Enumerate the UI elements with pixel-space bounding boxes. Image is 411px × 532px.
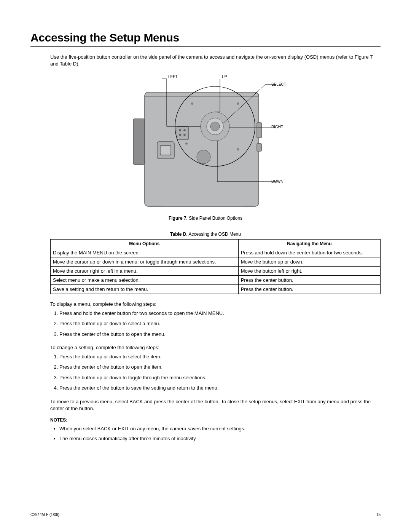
svg-rect-3 xyxy=(160,145,171,155)
footer-page-number: 15 xyxy=(376,513,381,517)
list-item: Press the center of the button to save t… xyxy=(59,385,381,391)
table-row: Select menu or make a menu selection.Pre… xyxy=(51,276,381,285)
svg-point-14 xyxy=(210,122,220,131)
footer-doc-id: C2944M-F (1/09) xyxy=(30,513,59,517)
list-item: Press the center of the button to open t… xyxy=(59,364,381,371)
svg-point-16 xyxy=(191,102,193,105)
intro-paragraph: Use the five-position button controller … xyxy=(50,54,381,67)
table-row: Display the MAIN MENU on the screen.Pres… xyxy=(51,248,381,257)
list-item: Press the button up or down to toggle th… xyxy=(59,374,381,381)
notes-list: When you select BACK or EXIT on any menu… xyxy=(50,425,381,442)
svg-point-6 xyxy=(184,129,185,131)
list-item: Press the button up or down to select a … xyxy=(59,320,381,327)
svg-rect-10 xyxy=(257,144,261,151)
move-back-paragraph: To move to a previous menu, select BACK … xyxy=(50,398,381,412)
svg-point-5 xyxy=(179,129,181,131)
table-header-nav: Navigating the Menu xyxy=(238,240,380,248)
svg-point-18 xyxy=(237,148,239,150)
table-row: Move the cursor up or down in a menu; or… xyxy=(51,257,381,267)
change-steps: Press the button up or down to select th… xyxy=(50,353,381,391)
table-header-row: Menu Options Navigating the Menu xyxy=(51,240,381,248)
title-rule xyxy=(30,46,381,47)
figure-side-panel: LEFT UP SELECT RIGHT DOWN xyxy=(124,73,287,210)
notes-heading: NOTES: xyxy=(50,417,381,423)
figure-label-left: LEFT xyxy=(168,75,177,79)
list-item: The menu closes automatically after thre… xyxy=(59,435,381,442)
display-steps: Press and hold the center button for two… xyxy=(50,310,381,338)
page-footer: C2944M-F (1/09) 15 xyxy=(30,513,381,517)
figure-label-down: DOWN xyxy=(271,179,284,184)
osd-table: Menu Options Navigating the Menu Display… xyxy=(50,239,381,294)
figure-caption: Figure 7. Side Panel Button Options xyxy=(30,216,381,221)
svg-rect-9 xyxy=(257,123,261,138)
list-item: When you select BACK or EXIT on any menu… xyxy=(59,425,381,432)
change-intro: To change a setting, complete the follow… xyxy=(50,344,381,351)
svg-point-17 xyxy=(237,102,239,105)
table-row: Save a setting and then return to the me… xyxy=(51,285,381,294)
list-item: Press the button up or down to select th… xyxy=(59,353,381,360)
table-header-options: Menu Options xyxy=(51,240,239,248)
table-title: Table D. Accessing the OSD Menu xyxy=(30,232,381,237)
svg-rect-4 xyxy=(177,126,188,140)
svg-point-8 xyxy=(184,134,185,136)
list-item: Press the center of the button to open t… xyxy=(59,331,381,338)
page-title: Accessing the Setup Menus xyxy=(30,31,381,44)
table-row: Move the cursor right or left in a menu.… xyxy=(51,267,381,276)
svg-point-19 xyxy=(185,142,188,145)
figure-label-select: SELECT xyxy=(271,82,286,86)
svg-point-15 xyxy=(197,150,210,164)
svg-rect-0 xyxy=(133,119,145,165)
figure-label-up: UP xyxy=(222,75,227,79)
svg-point-7 xyxy=(179,134,181,136)
list-item: Press and hold the center button for two… xyxy=(59,310,381,317)
figure-label-right: RIGHT xyxy=(271,125,283,129)
display-intro: To display a menu, complete the followin… xyxy=(50,301,381,308)
